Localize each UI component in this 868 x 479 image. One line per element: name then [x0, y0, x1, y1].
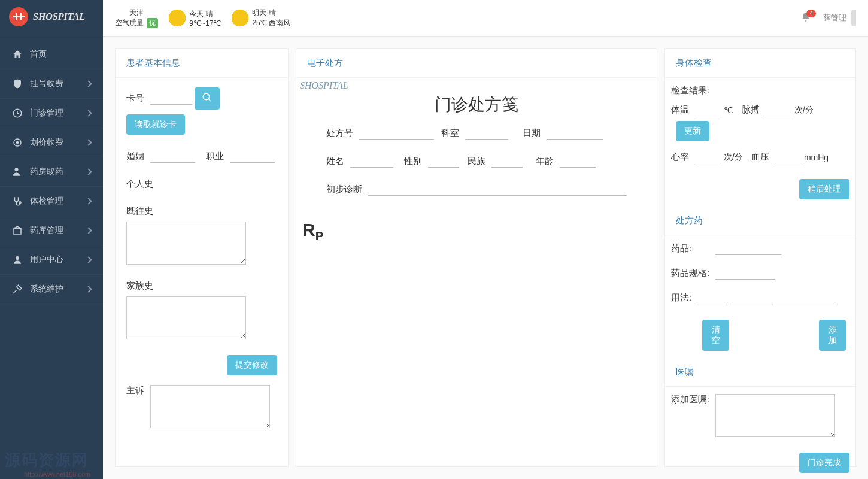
rx-brand: SHOSPITAL	[296, 78, 657, 91]
home-icon	[12, 49, 23, 60]
rp-symbol: RP	[296, 211, 657, 243]
panel-title: 医嘱	[665, 358, 855, 387]
sidebar-item-home[interactable]: 首页	[0, 40, 103, 69]
clear-button[interactable]: 清空	[702, 320, 729, 351]
read-card-button[interactable]: 读取就诊卡	[126, 114, 185, 135]
sidebar-item-label: 挂号收费	[30, 78, 86, 89]
submit-modify-button[interactable]: 提交修改	[227, 355, 277, 375]
patient-info-panel: 患者基本信息 卡号 读取就诊卡 婚姻 职业 个人	[115, 48, 289, 467]
sidebar-item-pricing[interactable]: 划价收费	[0, 128, 103, 157]
age-label: 年龄	[536, 156, 554, 167]
sidebar-item-pharmacy[interactable]: 药房取药	[0, 157, 103, 187]
sidebar-item-label: 体检管理	[30, 196, 86, 207]
svg-point-3	[15, 168, 19, 171]
occupation-label: 职业	[206, 151, 224, 162]
pulse-input[interactable]	[766, 104, 792, 116]
dept-label: 科室	[441, 128, 459, 139]
panel-title: 处方药	[665, 207, 855, 235]
diagnosis-input[interactable]	[368, 183, 627, 196]
chevron-right-icon	[85, 168, 92, 175]
chevron-right-icon	[85, 198, 92, 204]
weather-widget: 天津 空气质量 优 今天 晴 9℃~17℃ 明天 晴 25℃ 西南风	[115, 8, 290, 28]
usage-input-1[interactable]	[697, 292, 727, 304]
today-label: 今天	[189, 10, 204, 18]
sidebar-item-label: 系统维护	[30, 284, 86, 295]
advice-input[interactable]	[715, 394, 835, 437]
rx-no-input[interactable]	[359, 127, 434, 140]
sun-icon	[169, 10, 186, 26]
marriage-label: 婚姻	[126, 151, 144, 162]
logo-icon	[9, 7, 28, 26]
chevron-right-icon	[85, 286, 92, 292]
name-input[interactable]	[350, 155, 393, 168]
date-input[interactable]	[547, 127, 603, 140]
bp-input[interactable]	[775, 151, 802, 163]
sidebar-item-registration[interactable]: 挂号收费	[0, 69, 103, 99]
hr-unit: 次/分	[724, 152, 743, 163]
chief-complaint-label: 主诉	[126, 385, 144, 396]
drug-input[interactable]	[715, 242, 781, 255]
chief-complaint-input[interactable]	[150, 385, 270, 428]
hr-input[interactable]	[695, 151, 721, 163]
dept-input[interactable]	[465, 127, 508, 140]
usage-input-2[interactable]	[730, 292, 772, 304]
gender-input[interactable]	[428, 155, 459, 168]
sidebar-item-label: 用户中心	[30, 254, 86, 265]
marriage-input[interactable]	[150, 150, 195, 163]
chevron-right-icon	[85, 139, 92, 145]
occupation-input[interactable]	[230, 150, 275, 163]
chevron-right-icon	[85, 256, 92, 263]
sidebar: SHOSPITAL 首页 挂号收费 门诊管理 划价收费	[0, 0, 103, 479]
temp-unit: ℃	[724, 105, 733, 115]
search-card-button[interactable]	[195, 87, 220, 110]
clipboard-icon	[12, 108, 23, 119]
add-drug-button[interactable]: 添加	[819, 320, 846, 351]
sidebar-item-system[interactable]: 系统维护	[0, 275, 103, 304]
family-history-input[interactable]	[126, 296, 246, 339]
panel-title: 身体检查	[665, 49, 855, 78]
today-cond: 晴	[206, 10, 213, 18]
card-no-input[interactable]	[150, 92, 192, 105]
sidebar-item-drug-store[interactable]: 药库管理	[0, 216, 103, 245]
notification-badge: 4	[806, 10, 816, 17]
add-advice-label: 添加医嘱:	[671, 394, 709, 405]
today-temp: 9℃~17℃	[189, 19, 221, 28]
sun-icon	[232, 10, 248, 26]
person-icon	[12, 166, 23, 177]
notifications-button[interactable]: 4	[800, 12, 811, 25]
past-history-input[interactable]	[126, 222, 246, 265]
right-column: 身体检查 检查结果: 体温 ℃ 脉搏 次/分 更新 心率	[664, 48, 856, 467]
ethnicity-label: 民族	[468, 156, 485, 167]
avatar[interactable]	[851, 10, 856, 26]
drug-spec-input[interactable]	[715, 267, 775, 280]
search-icon	[202, 92, 213, 103]
user-icon	[12, 254, 23, 265]
sidebar-item-user-center[interactable]: 用户中心	[0, 245, 103, 275]
chevron-right-icon	[85, 80, 92, 87]
chevron-right-icon	[85, 110, 92, 116]
badge-icon	[12, 78, 23, 89]
update-button[interactable]: 更新	[676, 121, 709, 141]
past-history-label: 既往史	[126, 205, 153, 217]
topbar: 天津 空气质量 优 今天 晴 9℃~17℃ 明天 晴 25℃ 西南风	[103, 0, 868, 37]
logo[interactable]: SHOSPITAL	[0, 0, 103, 34]
user-menu[interactable]: 薛管理	[823, 13, 846, 23]
tomorrow-detail: 25℃ 西南风	[252, 18, 290, 28]
pulse-label: 脉搏	[742, 104, 760, 116]
target-icon	[12, 137, 23, 148]
defer-button[interactable]: 稍后处理	[799, 179, 849, 199]
panel-title: 电子处方	[296, 49, 657, 78]
sidebar-item-outpatient[interactable]: 门诊管理	[0, 99, 103, 128]
tomorrow-label: 明天	[252, 8, 266, 17]
box-icon	[12, 225, 23, 236]
ethnicity-input[interactable]	[491, 155, 523, 168]
sidebar-item-physical-exam[interactable]: 体检管理	[0, 187, 103, 216]
age-input[interactable]	[560, 155, 596, 168]
chevron-right-icon	[85, 227, 92, 234]
tomorrow-cond: 晴	[269, 8, 276, 17]
usage-input-3[interactable]	[774, 292, 834, 304]
weather-city: 天津	[115, 8, 158, 18]
finish-button[interactable]: 门诊完成	[799, 453, 849, 473]
temp-input[interactable]	[695, 104, 721, 116]
drug-label: 药品:	[671, 243, 691, 254]
